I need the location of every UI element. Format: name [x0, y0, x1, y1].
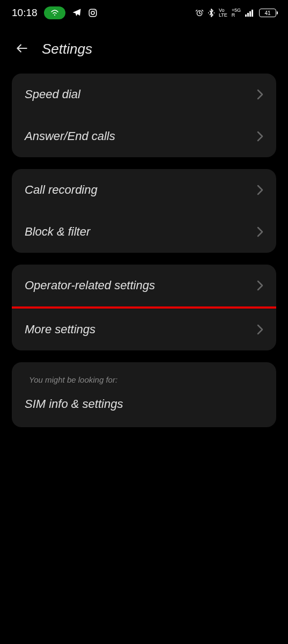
battery-level: 41 — [264, 10, 270, 16]
alarm-icon — [195, 9, 204, 17]
arrow-left-icon — [15, 41, 29, 55]
settings-group-3: Operator-related settings More settings — [12, 265, 276, 350]
svg-point-2 — [91, 11, 94, 14]
chevron-right-icon — [257, 131, 263, 142]
svg-point-0 — [54, 14, 55, 16]
telegram-icon — [72, 8, 82, 18]
settings-group-4: You might be looking for: SIM info & set… — [12, 362, 276, 427]
sim-info-label: SIM info & settings — [25, 397, 123, 411]
svg-point-6 — [213, 12, 215, 13]
chevron-right-icon — [257, 185, 263, 195]
chevron-right-icon — [257, 89, 263, 100]
volte-icon: VoLTE — [219, 8, 227, 18]
bluetooth-icon — [208, 9, 215, 17]
status-right: VoLTE +5GR 41 — [195, 8, 276, 18]
content: Speed dial Answer/End calls Call recordi… — [0, 67, 288, 445]
wifi-call-pill — [44, 6, 65, 19]
call-recording-row[interactable]: Call recording — [12, 169, 276, 211]
status-bar: 10:18 VoLTE +5GR — [0, 0, 288, 26]
page-title: Settings — [42, 41, 92, 57]
answer-end-calls-label: Answer/End calls — [25, 129, 115, 143]
svg-point-5 — [208, 12, 209, 13]
chevron-right-icon — [257, 226, 263, 237]
call-recording-label: Call recording — [25, 183, 98, 197]
chevron-right-icon — [257, 324, 263, 335]
status-left: 10:18 — [12, 6, 98, 19]
header: Settings — [0, 26, 288, 67]
more-settings-row[interactable]: More settings — [12, 309, 276, 350]
answer-end-calls-row[interactable]: Answer/End calls — [12, 115, 276, 157]
operator-settings-row[interactable]: Operator-related settings — [12, 265, 276, 306]
svg-rect-10 — [252, 10, 253, 17]
highlight-box: Operator-related settings — [12, 265, 276, 309]
svg-rect-7 — [245, 14, 247, 17]
svg-point-3 — [94, 10, 95, 11]
svg-rect-9 — [249, 11, 251, 17]
sim-info-row[interactable]: SIM info & settings — [12, 386, 276, 427]
instagram-icon — [88, 8, 98, 18]
svg-rect-8 — [247, 13, 249, 17]
operator-settings-label: Operator-related settings — [25, 279, 155, 292]
settings-group-2: Call recording Block & filter — [12, 169, 276, 253]
network-5g-icon: +5GR — [232, 8, 241, 18]
chevron-right-icon — [257, 280, 263, 291]
back-button[interactable] — [15, 41, 29, 57]
wifi-icon — [50, 10, 59, 16]
block-filter-row[interactable]: Block & filter — [12, 211, 276, 253]
hint-text: You might be looking for: — [12, 362, 276, 386]
svg-rect-1 — [89, 9, 97, 17]
block-filter-label: Block & filter — [25, 225, 90, 239]
clock: 10:18 — [12, 7, 38, 19]
signal-icon — [245, 9, 255, 17]
settings-group-1: Speed dial Answer/End calls — [12, 74, 276, 157]
battery-icon: 41 — [259, 9, 276, 17]
speed-dial-row[interactable]: Speed dial — [12, 74, 276, 115]
speed-dial-label: Speed dial — [25, 87, 80, 101]
more-settings-label: More settings — [25, 323, 95, 336]
